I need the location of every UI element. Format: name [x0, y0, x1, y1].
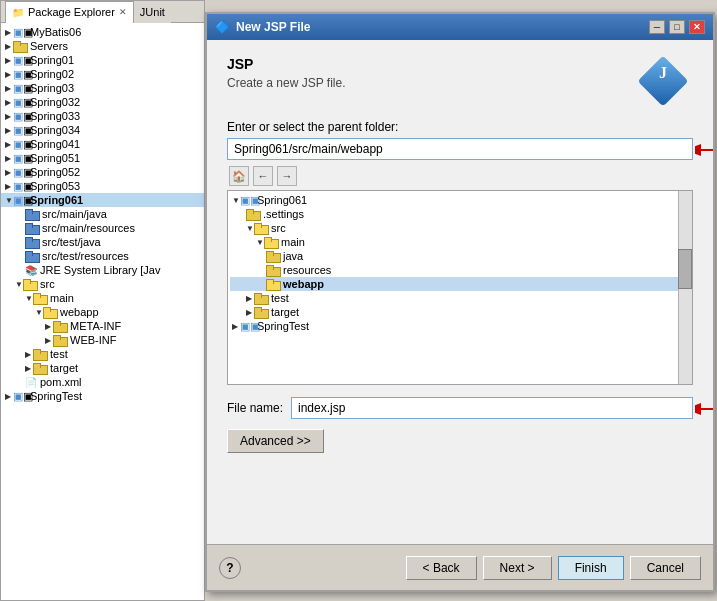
- tree-item[interactable]: resources: [230, 263, 690, 277]
- tree-item[interactable]: ▶ test: [230, 291, 690, 305]
- folder-icon: [254, 306, 268, 318]
- list-item[interactable]: ▶ ▣ Spring032: [1, 95, 204, 109]
- list-item[interactable]: ▶ test: [1, 347, 204, 361]
- folder-icon: [254, 222, 268, 234]
- package-explorer-tree: ▶ ▣ MyBatis06 ▶ Servers ▶ ▣ Spring01 ▶ ▣…: [1, 23, 204, 601]
- parent-folder-input[interactable]: [227, 138, 693, 160]
- tree-item[interactable]: ▶ target: [230, 305, 690, 319]
- list-item[interactable]: src/main/java: [1, 207, 204, 221]
- folder-icon: [25, 222, 39, 234]
- list-item[interactable]: ▶ ▣ Spring034: [1, 123, 204, 137]
- minimize-button[interactable]: ─: [649, 20, 665, 34]
- list-item[interactable]: ▶ ▣ Spring052: [1, 165, 204, 179]
- list-item[interactable]: ▶ ▣ Spring02: [1, 67, 204, 81]
- tree-item[interactable]: ▼ src: [230, 221, 690, 235]
- list-item[interactable]: ▼ src: [1, 277, 204, 291]
- project-icon: ▣: [13, 82, 27, 94]
- tab-package-explorer-label: Package Explorer: [28, 6, 115, 18]
- project-icon: ▣: [13, 194, 27, 206]
- expand-icon: ▶: [45, 336, 53, 345]
- filename-input[interactable]: [291, 397, 693, 419]
- tree-item[interactable]: ▼ ▣ Spring061: [230, 193, 690, 207]
- footer-right: < Back Next > Finish Cancel: [406, 556, 701, 580]
- tree-item-label: webapp: [283, 278, 324, 290]
- back-button[interactable]: ←: [253, 166, 273, 186]
- list-item[interactable]: src/main/resources: [1, 221, 204, 235]
- project-icon: ▣: [13, 390, 27, 402]
- list-item[interactable]: ▶ ▣ Spring01: [1, 53, 204, 67]
- tree-toolbar: 🏠 ← →: [227, 164, 693, 188]
- list-item[interactable]: src/test/resources: [1, 249, 204, 263]
- list-item[interactable]: ▶ ▣ Spring03: [1, 81, 204, 95]
- expand-icon: ▶: [25, 350, 33, 359]
- list-item[interactable]: ▶ target: [1, 361, 204, 375]
- sidebar-item-label: SpringTest: [30, 390, 82, 402]
- folder-icon: [25, 208, 39, 220]
- folder-icon: [25, 236, 39, 248]
- sidebar-item-label: Spring051: [30, 152, 80, 164]
- list-item[interactable]: ▼ webapp: [1, 305, 204, 319]
- package-explorer-icon: 📁: [12, 7, 24, 18]
- tree-item[interactable]: ▶ ▣ SpringTest: [230, 319, 690, 333]
- list-item[interactable]: ▼ main: [1, 291, 204, 305]
- project-icon: ▣: [13, 152, 27, 164]
- expand-icon: ▶: [5, 28, 13, 37]
- tree-item-label: resources: [283, 264, 331, 276]
- tree-item[interactable]: .settings: [230, 207, 690, 221]
- expand-icon: ▶: [5, 98, 13, 107]
- close-button[interactable]: ✕: [689, 20, 705, 34]
- list-item[interactable]: ▶ ▣ Spring033: [1, 109, 204, 123]
- maximize-button[interactable]: □: [669, 20, 685, 34]
- parent-folder-label: Enter or select the parent folder:: [227, 120, 693, 134]
- project-icon: ▣: [13, 96, 27, 108]
- package-explorer-panel: 📁 Package Explorer ✕ JUnit ▶ ▣ MyBatis06…: [0, 0, 205, 601]
- finish-button[interactable]: Finish: [558, 556, 624, 580]
- tree-item[interactable]: webapp: [230, 277, 690, 291]
- sidebar-item-label: WEB-INF: [70, 334, 116, 346]
- project-icon: ▣: [240, 194, 254, 206]
- close-icon[interactable]: ✕: [119, 7, 127, 17]
- help-button[interactable]: ?: [219, 557, 241, 579]
- next-button[interactable]: Next >: [483, 556, 552, 580]
- list-item[interactable]: ▶ META-INF: [1, 319, 204, 333]
- list-item[interactable]: ▶ ▣ Spring053: [1, 179, 204, 193]
- sidebar-item-label: src/main/java: [42, 208, 107, 220]
- list-item[interactable]: src/test/java: [1, 235, 204, 249]
- list-item[interactable]: 📄 pom.xml: [1, 375, 204, 389]
- sidebar-item-label: Spring033: [30, 110, 80, 122]
- scrollbar-thumb[interactable]: [678, 249, 692, 289]
- panel-tab-bar: 📁 Package Explorer ✕ JUnit: [1, 1, 204, 23]
- dialog-controls: ─ □ ✕: [649, 20, 705, 34]
- dialog-footer: ? < Back Next > Finish Cancel: [207, 544, 713, 590]
- list-item[interactable]: ▶ ▣ Spring041: [1, 137, 204, 151]
- project-icon: ▣: [13, 166, 27, 178]
- tree-item[interactable]: ▼ main: [230, 235, 690, 249]
- list-item[interactable]: ▶ ▣ SpringTest: [1, 389, 204, 403]
- library-icon: 📚: [25, 265, 37, 276]
- project-icon: ▣: [13, 124, 27, 136]
- sidebar-item-label: test: [50, 348, 68, 360]
- list-item[interactable]: ▶ WEB-INF: [1, 333, 204, 347]
- tree-item[interactable]: java: [230, 249, 690, 263]
- list-item[interactable]: ▶ Servers: [1, 39, 204, 53]
- back-button[interactable]: < Back: [406, 556, 477, 580]
- list-item[interactable]: 📚 JRE System Library [Jav: [1, 263, 204, 277]
- dialog-title-icon: 🔷: [215, 20, 230, 34]
- list-item[interactable]: ▶ ▣ Spring051: [1, 151, 204, 165]
- list-item[interactable]: ▶ ▣ MyBatis06: [1, 25, 204, 39]
- advanced-button[interactable]: Advanced >>: [227, 429, 324, 453]
- expand-icon: ▼: [246, 224, 254, 233]
- cancel-button[interactable]: Cancel: [630, 556, 701, 580]
- expand-icon: ▶: [5, 56, 13, 65]
- home-button[interactable]: 🏠: [229, 166, 249, 186]
- forward-button[interactable]: →: [277, 166, 297, 186]
- dialog-logo: J: [645, 56, 693, 104]
- tab-package-explorer[interactable]: 📁 Package Explorer ✕: [5, 1, 134, 23]
- filename-label: File name:: [227, 401, 283, 415]
- list-item[interactable]: ▼ ▣ Spring061: [1, 193, 204, 207]
- tree-item-label: target: [271, 306, 299, 318]
- expand-icon: ▶: [5, 84, 13, 93]
- tab-junit[interactable]: JUnit: [134, 1, 171, 23]
- tree-scrollbar[interactable]: [678, 191, 692, 384]
- tab-junit-label: JUnit: [140, 6, 165, 18]
